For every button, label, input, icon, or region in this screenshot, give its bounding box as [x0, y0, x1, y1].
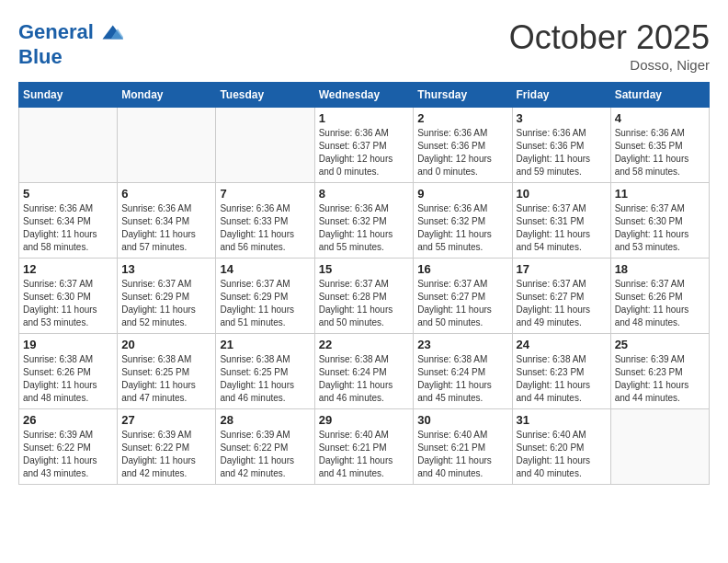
day-info: Sunrise: 6:38 AM Sunset: 6:24 PM Dayligh… [319, 353, 410, 405]
month-title: October 2025 [509, 18, 710, 57]
weekday-header-saturday: Saturday [610, 83, 709, 108]
day-number: 1 [319, 111, 410, 125]
day-info: Sunrise: 6:36 AM Sunset: 6:32 PM Dayligh… [319, 202, 410, 254]
day-info: Sunrise: 6:37 AM Sunset: 6:31 PM Dayligh… [517, 202, 607, 254]
day-number: 9 [417, 187, 507, 201]
calendar-cell: 22Sunrise: 6:38 AM Sunset: 6:24 PM Dayli… [314, 334, 414, 409]
weekday-header-monday: Monday [118, 83, 216, 108]
day-number: 4 [615, 111, 705, 125]
day-number: 31 [517, 413, 607, 427]
day-number: 5 [23, 187, 113, 201]
calendar-cell [610, 409, 709, 485]
day-info: Sunrise: 6:40 AM Sunset: 6:21 PM Dayligh… [319, 429, 410, 480]
calendar-cell: 4Sunrise: 6:36 AM Sunset: 6:35 PM Daylig… [610, 108, 709, 183]
calendar-cell: 5Sunrise: 6:36 AM Sunset: 6:34 PM Daylig… [19, 183, 118, 259]
day-number: 13 [121, 262, 211, 276]
day-number: 2 [417, 111, 507, 125]
day-number: 29 [319, 413, 410, 427]
page-header: General Blue October 2025 Dosso, Niger [18, 18, 710, 73]
day-info: Sunrise: 6:38 AM Sunset: 6:25 PM Dayligh… [121, 353, 211, 405]
calendar-cell: 15Sunrise: 6:37 AM Sunset: 6:28 PM Dayli… [314, 259, 414, 334]
calendar-cell: 24Sunrise: 6:38 AM Sunset: 6:23 PM Dayli… [512, 334, 610, 409]
day-number: 27 [121, 413, 211, 427]
day-info: Sunrise: 6:37 AM Sunset: 6:28 PM Dayligh… [319, 278, 410, 329]
calendar-cell: 7Sunrise: 6:36 AM Sunset: 6:33 PM Daylig… [216, 183, 314, 259]
calendar-cell: 21Sunrise: 6:38 AM Sunset: 6:25 PM Dayli… [216, 334, 314, 409]
calendar-cell: 11Sunrise: 6:37 AM Sunset: 6:30 PM Dayli… [610, 183, 709, 259]
day-number: 24 [517, 338, 607, 351]
calendar-cell: 19Sunrise: 6:38 AM Sunset: 6:26 PM Dayli… [19, 334, 118, 409]
day-info: Sunrise: 6:38 AM Sunset: 6:25 PM Dayligh… [220, 353, 310, 405]
weekday-header-friday: Friday [512, 83, 610, 108]
day-number: 16 [417, 262, 507, 276]
day-number: 10 [517, 187, 607, 201]
day-info: Sunrise: 6:37 AM Sunset: 6:29 PM Dayligh… [121, 278, 211, 329]
day-number: 26 [23, 413, 113, 427]
day-number: 23 [417, 338, 507, 351]
calendar-cell: 9Sunrise: 6:36 AM Sunset: 6:32 PM Daylig… [414, 183, 512, 259]
day-info: Sunrise: 6:37 AM Sunset: 6:27 PM Dayligh… [517, 278, 607, 329]
day-number: 18 [615, 262, 705, 276]
day-info: Sunrise: 6:36 AM Sunset: 6:35 PM Dayligh… [615, 127, 705, 178]
location: Dosso, Niger [509, 57, 710, 73]
day-info: Sunrise: 6:39 AM Sunset: 6:22 PM Dayligh… [121, 429, 211, 480]
calendar-cell: 18Sunrise: 6:37 AM Sunset: 6:26 PM Dayli… [610, 259, 709, 334]
calendar-cell: 16Sunrise: 6:37 AM Sunset: 6:27 PM Dayli… [414, 259, 512, 334]
logo: General Blue [18, 18, 123, 68]
day-number: 21 [220, 338, 310, 351]
day-number: 20 [121, 338, 211, 351]
day-info: Sunrise: 6:37 AM Sunset: 6:29 PM Dayligh… [220, 278, 310, 329]
day-info: Sunrise: 6:36 AM Sunset: 6:36 PM Dayligh… [517, 127, 607, 178]
calendar-cell: 1Sunrise: 6:36 AM Sunset: 6:37 PM Daylig… [314, 108, 414, 183]
day-number: 3 [517, 111, 607, 125]
day-number: 25 [615, 338, 705, 351]
day-info: Sunrise: 6:37 AM Sunset: 6:27 PM Dayligh… [417, 278, 507, 329]
day-number: 15 [319, 262, 410, 276]
calendar-cell: 25Sunrise: 6:39 AM Sunset: 6:23 PM Dayli… [610, 334, 709, 409]
day-number: 6 [121, 187, 211, 201]
day-info: Sunrise: 6:39 AM Sunset: 6:23 PM Dayligh… [615, 353, 705, 405]
week-row-2: 5Sunrise: 6:36 AM Sunset: 6:34 PM Daylig… [19, 183, 710, 259]
calendar-cell: 8Sunrise: 6:36 AM Sunset: 6:32 PM Daylig… [314, 183, 414, 259]
calendar-cell: 17Sunrise: 6:37 AM Sunset: 6:27 PM Dayli… [512, 259, 610, 334]
week-row-5: 26Sunrise: 6:39 AM Sunset: 6:22 PM Dayli… [19, 409, 710, 485]
day-info: Sunrise: 6:36 AM Sunset: 6:32 PM Dayligh… [417, 202, 507, 254]
week-row-1: 1Sunrise: 6:36 AM Sunset: 6:37 PM Daylig… [19, 108, 710, 183]
day-info: Sunrise: 6:38 AM Sunset: 6:24 PM Dayligh… [417, 353, 507, 405]
calendar-cell: 10Sunrise: 6:37 AM Sunset: 6:31 PM Dayli… [512, 183, 610, 259]
day-info: Sunrise: 6:37 AM Sunset: 6:30 PM Dayligh… [23, 278, 113, 329]
calendar-cell: 20Sunrise: 6:38 AM Sunset: 6:25 PM Dayli… [118, 334, 216, 409]
calendar-cell: 26Sunrise: 6:39 AM Sunset: 6:22 PM Dayli… [19, 409, 118, 485]
calendar-cell: 12Sunrise: 6:37 AM Sunset: 6:30 PM Dayli… [19, 259, 118, 334]
calendar-cell: 6Sunrise: 6:36 AM Sunset: 6:34 PM Daylig… [118, 183, 216, 259]
week-row-3: 12Sunrise: 6:37 AM Sunset: 6:30 PM Dayli… [19, 259, 710, 334]
weekday-header-sunday: Sunday [19, 83, 118, 108]
day-info: Sunrise: 6:39 AM Sunset: 6:22 PM Dayligh… [220, 429, 310, 480]
day-info: Sunrise: 6:39 AM Sunset: 6:22 PM Dayligh… [23, 429, 113, 480]
calendar-cell: 14Sunrise: 6:37 AM Sunset: 6:29 PM Dayli… [216, 259, 314, 334]
day-info: Sunrise: 6:37 AM Sunset: 6:30 PM Dayligh… [615, 202, 705, 254]
day-info: Sunrise: 6:36 AM Sunset: 6:34 PM Dayligh… [23, 202, 113, 254]
calendar-cell [19, 108, 118, 183]
day-info: Sunrise: 6:38 AM Sunset: 6:23 PM Dayligh… [517, 353, 607, 405]
day-number: 7 [220, 187, 310, 201]
calendar-cell [118, 108, 216, 183]
weekday-header-row: SundayMondayTuesdayWednesdayThursdayFrid… [19, 83, 710, 108]
day-info: Sunrise: 6:40 AM Sunset: 6:20 PM Dayligh… [517, 429, 607, 480]
weekday-header-tuesday: Tuesday [216, 83, 314, 108]
day-info: Sunrise: 6:36 AM Sunset: 6:33 PM Dayligh… [220, 202, 310, 254]
calendar-cell: 28Sunrise: 6:39 AM Sunset: 6:22 PM Dayli… [216, 409, 314, 485]
title-block: October 2025 Dosso, Niger [509, 18, 710, 73]
logo-text: General [18, 21, 94, 43]
logo-icon [96, 18, 123, 46]
calendar-cell [216, 108, 314, 183]
day-number: 14 [220, 262, 310, 276]
day-number: 11 [615, 187, 705, 201]
day-info: Sunrise: 6:36 AM Sunset: 6:34 PM Dayligh… [121, 202, 211, 254]
calendar-cell: 23Sunrise: 6:38 AM Sunset: 6:24 PM Dayli… [414, 334, 512, 409]
day-info: Sunrise: 6:37 AM Sunset: 6:26 PM Dayligh… [615, 278, 705, 329]
calendar-cell: 2Sunrise: 6:36 AM Sunset: 6:36 PM Daylig… [414, 108, 512, 183]
logo-subtext: Blue [18, 46, 123, 68]
calendar-cell: 3Sunrise: 6:36 AM Sunset: 6:36 PM Daylig… [512, 108, 610, 183]
day-number: 28 [220, 413, 310, 427]
